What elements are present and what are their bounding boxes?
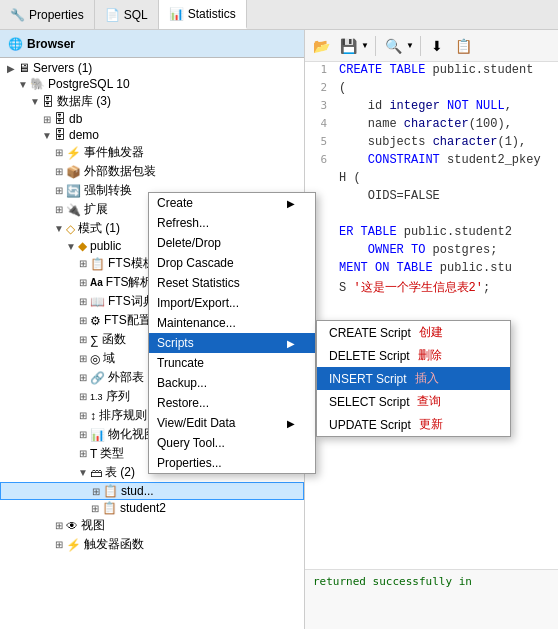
menu-refresh-label: Refresh...: [157, 216, 209, 230]
casts-label: 强制转换: [84, 182, 132, 199]
tree-item-triggers[interactable]: ⊞ ⚡ 事件触发器: [0, 143, 304, 162]
expand-demo[interactable]: ▼: [40, 130, 54, 141]
save-dropdown-button[interactable]: ▼: [360, 35, 370, 57]
menu-reset-stats-label: Reset Statistics: [157, 276, 240, 290]
functions-icon: ∑: [90, 333, 99, 347]
expand-views[interactable]: ⊞: [52, 520, 66, 531]
submenu-select-zh: 查询: [417, 393, 441, 410]
menu-maintenance-label: Maintenance...: [157, 316, 236, 330]
tree-item-demo[interactable]: ▼ 🗄 demo: [0, 127, 304, 143]
sql-icon: 📄: [105, 8, 120, 22]
separator-2: [420, 36, 421, 56]
line-num-cont: [305, 170, 335, 171]
menu-item-restore[interactable]: Restore...: [149, 393, 315, 413]
submenu-create-zh: 创建: [419, 324, 443, 341]
search-dropdown-button[interactable]: ▼: [405, 35, 415, 57]
expand-matviews[interactable]: ⊞: [76, 429, 90, 440]
expand-casts[interactable]: ⊞: [52, 185, 66, 196]
submenu-item-update[interactable]: UPDATE Script 更新: [317, 413, 510, 436]
tab-properties[interactable]: 🔧 Properties: [0, 0, 95, 29]
tree-item-fdw[interactable]: ⊞ 📦 外部数据包装: [0, 162, 304, 181]
submenu-update-label: UPDATE Script: [329, 418, 411, 432]
expand-db[interactable]: ⊞: [40, 114, 54, 125]
expand-trigger-funcs[interactable]: ⊞: [52, 539, 66, 550]
tree-item-databases[interactable]: ▼ 🗄 数据库 (3): [0, 92, 304, 111]
scripts-submenu: CREATE Script 创建 DELETE Script 删除 INSERT…: [316, 320, 511, 437]
menu-item-drop-cascade[interactable]: Drop Cascade: [149, 253, 315, 273]
line-content-4: name character(100),: [335, 116, 558, 132]
expand-types[interactable]: ⊞: [76, 448, 90, 459]
menu-scripts-label: Scripts: [157, 336, 194, 350]
tree-item-postgresql[interactable]: ▼ 🐘 PostgreSQL 10: [0, 76, 304, 92]
line-content-cont-6: MENT ON TABLE public.stu: [335, 260, 558, 276]
tab-statistics[interactable]: 📊 Statistics: [159, 0, 247, 29]
expand-tables[interactable]: ▼: [76, 467, 90, 478]
expand-fts-template[interactable]: ⊞: [76, 258, 90, 269]
menu-item-backup[interactable]: Backup...: [149, 373, 315, 393]
tree-item-trigger-funcs[interactable]: ⊞ ⚡ 触发器函数: [0, 535, 304, 554]
menu-item-properties[interactable]: Properties...: [149, 453, 315, 473]
expand-databases[interactable]: ▼: [28, 96, 42, 107]
expand-extensions[interactable]: ⊞: [52, 204, 66, 215]
submenu-item-delete[interactable]: DELETE Script 删除: [317, 344, 510, 367]
fts-template-icon: 📋: [90, 257, 105, 271]
expand-domains[interactable]: ⊞: [76, 353, 90, 364]
expand-functions[interactable]: ⊞: [76, 334, 90, 345]
expand-schemas[interactable]: ▼: [52, 223, 66, 234]
expand-collations[interactable]: ⊞: [76, 410, 90, 421]
menu-item-maintenance[interactable]: Maintenance...: [149, 313, 315, 333]
properties-icon: 🔧: [10, 8, 25, 22]
functions-label: 函数: [102, 331, 126, 348]
expand-fts-config[interactable]: ⊞: [76, 315, 90, 326]
expand-fts-dict[interactable]: ⊞: [76, 296, 90, 307]
trigger-funcs-label: 触发器函数: [84, 536, 144, 553]
tree-item-student1[interactable]: ⊞ 📋 stud...: [0, 482, 304, 500]
foreign-tables-icon: 🔗: [90, 371, 105, 385]
schemas-icon: ◇: [66, 222, 75, 236]
menu-item-reset-stats[interactable]: Reset Statistics: [149, 273, 315, 293]
open-file-button[interactable]: 📂: [309, 35, 333, 57]
expand-servers[interactable]: ▶: [4, 63, 18, 74]
menu-item-delete-drop[interactable]: Delete/Drop: [149, 233, 315, 253]
menu-item-create[interactable]: Create ▶: [149, 193, 315, 213]
expand-public[interactable]: ▼: [64, 241, 78, 252]
types-icon: T: [90, 447, 97, 461]
search-button[interactable]: 🔍: [381, 35, 405, 57]
expand-fdw[interactable]: ⊞: [52, 166, 66, 177]
output-panel: returned successfully in: [305, 569, 558, 629]
expand-sequences[interactable]: ⊞: [76, 391, 90, 402]
submenu-item-create[interactable]: CREATE Script 创建: [317, 321, 510, 344]
clipboard-button[interactable]: 📋: [451, 35, 475, 57]
line-num-cont-2: [305, 188, 335, 189]
menu-create-arrow: ▶: [287, 198, 295, 209]
menu-scripts-arrow: ▶: [287, 338, 295, 349]
menu-item-truncate[interactable]: Truncate: [149, 353, 315, 373]
tree-item-views[interactable]: ⊞ 👁 视图: [0, 516, 304, 535]
tab-sql[interactable]: 📄 SQL: [95, 0, 159, 29]
code-line-cont-3: [305, 206, 558, 224]
menu-item-refresh[interactable]: Refresh...: [149, 213, 315, 233]
menu-item-query-tool[interactable]: Query Tool...: [149, 433, 315, 453]
submenu-item-select[interactable]: SELECT Script 查询: [317, 390, 510, 413]
tree-item-student2[interactable]: ⊞ 📋 student2: [0, 500, 304, 516]
submenu-delete-zh: 删除: [418, 347, 442, 364]
expand-student2[interactable]: ⊞: [88, 503, 102, 514]
download-button[interactable]: ⬇: [425, 35, 449, 57]
menu-item-import-export[interactable]: Import/Export...: [149, 293, 315, 313]
expand-fts-parser[interactable]: ⊞: [76, 277, 90, 288]
save-button[interactable]: 💾: [336, 35, 360, 57]
menu-item-view-edit[interactable]: View/Edit Data ▶: [149, 413, 315, 433]
db-icon: 🗄: [54, 112, 66, 126]
code-line-cont-2: OIDS=FALSE: [305, 188, 558, 206]
expand-foreign-tables[interactable]: ⊞: [76, 372, 90, 383]
tree-item-servers[interactable]: ▶ 🖥 Servers (1): [0, 60, 304, 76]
code-editor[interactable]: 1 CREATE TABLE public.student 2 ( 3 id i…: [305, 62, 558, 569]
expand-student1[interactable]: ⊞: [89, 486, 103, 497]
expand-triggers[interactable]: ⊞: [52, 147, 66, 158]
submenu-item-insert[interactable]: INSERT Script 插入: [317, 367, 510, 390]
extensions-icon: 🔌: [66, 203, 81, 217]
tree-item-db[interactable]: ⊞ 🗄 db: [0, 111, 304, 127]
output-line-1: returned successfully in: [313, 574, 550, 590]
expand-postgresql[interactable]: ▼: [16, 79, 30, 90]
menu-item-scripts[interactable]: Scripts ▶: [149, 333, 315, 353]
